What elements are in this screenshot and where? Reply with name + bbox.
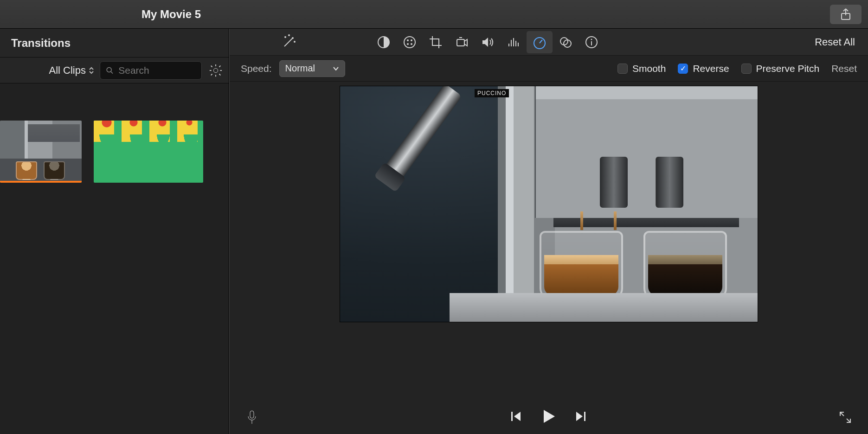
speed-value: Normal xyxy=(285,63,315,74)
checkbox-icon xyxy=(617,64,628,74)
svg-point-21 xyxy=(407,43,409,45)
palette-icon xyxy=(403,35,417,49)
volume-tab[interactable] xyxy=(475,31,501,53)
microphone-icon xyxy=(246,410,258,425)
share-icon xyxy=(840,8,851,21)
enhance-button[interactable] xyxy=(276,34,301,50)
preview-content xyxy=(580,211,583,230)
svg-rect-39 xyxy=(511,412,513,421)
skip-back-icon xyxy=(509,410,522,423)
sidebar-header: Transitions xyxy=(0,29,229,57)
preview-content xyxy=(643,231,727,300)
thumbnail-content xyxy=(0,159,82,183)
waveform-icon xyxy=(94,121,203,142)
preview-text: PUCCINO xyxy=(475,89,509,97)
speed-controls: Speed: Normal Smooth Reverse xyxy=(230,56,868,82)
checkbox-checked-icon xyxy=(678,64,688,74)
search-input[interactable] xyxy=(118,65,196,76)
clips-area xyxy=(0,83,229,434)
preview-content xyxy=(450,293,758,322)
svg-line-9 xyxy=(219,74,221,75)
chevron-down-icon xyxy=(333,66,339,71)
search-icon xyxy=(106,66,114,75)
svg-point-20 xyxy=(411,39,412,41)
svg-point-14 xyxy=(285,37,286,38)
stabilization-tab[interactable] xyxy=(449,31,475,53)
svg-point-15 xyxy=(294,41,295,42)
project-title: My Movie 5 xyxy=(141,8,201,21)
app-window: My Movie 5 Transitions All Clips xyxy=(0,0,868,434)
info-icon xyxy=(585,35,598,49)
next-button[interactable] xyxy=(574,410,587,425)
svg-point-16 xyxy=(289,35,289,36)
overlap-circles-icon xyxy=(559,35,572,49)
sidebar: Transitions All Clips xyxy=(0,29,229,434)
title-bar: My Movie 5 xyxy=(0,0,868,29)
inspector-toolbar: Reset All xyxy=(230,29,868,56)
thumbnail-content xyxy=(0,121,82,159)
expand-icon xyxy=(838,410,852,424)
main-area: Transitions All Clips xyxy=(0,29,868,434)
svg-line-8 xyxy=(211,65,212,67)
voiceover-button[interactable] xyxy=(243,410,261,425)
info-tab[interactable] xyxy=(579,31,604,53)
stepper-icon xyxy=(89,67,94,74)
fullscreen-button[interactable] xyxy=(836,408,855,427)
speaker-icon xyxy=(481,35,495,49)
svg-line-12 xyxy=(284,38,293,46)
svg-line-31 xyxy=(540,40,542,43)
svg-point-3 xyxy=(213,68,218,72)
prev-button[interactable] xyxy=(509,410,522,425)
clip-filter-label: All Clips xyxy=(49,64,86,77)
speed-tab[interactable] xyxy=(527,31,553,53)
color-balance-tab[interactable] xyxy=(371,31,397,53)
contrast-icon xyxy=(377,35,391,49)
reverse-label: Reverse xyxy=(693,63,729,74)
play-icon xyxy=(539,407,558,426)
play-button[interactable] xyxy=(539,407,558,428)
color-correction-tab[interactable] xyxy=(397,31,423,53)
reverse-checkbox[interactable]: Reverse xyxy=(678,63,729,74)
effects-tab[interactable] xyxy=(553,31,579,53)
preview-content xyxy=(614,211,617,230)
preview-content xyxy=(595,157,688,212)
preserve-pitch-checkbox[interactable]: Preserve Pitch xyxy=(741,63,820,74)
equalizer-icon xyxy=(507,35,521,49)
crop-icon xyxy=(429,35,443,49)
playback-bar xyxy=(230,401,868,434)
crop-tab[interactable] xyxy=(423,31,449,53)
filter-row: All Clips xyxy=(0,57,229,83)
clip-filter-dropdown[interactable]: All Clips xyxy=(12,64,94,77)
speed-options: Smooth Reverse Preserve Pitch Reset xyxy=(617,63,857,74)
preserve-pitch-label: Preserve Pitch xyxy=(756,63,820,74)
reset-all-button[interactable]: Reset All xyxy=(811,36,859,48)
share-button[interactable] xyxy=(830,5,862,24)
svg-line-2 xyxy=(111,71,113,73)
noise-reduction-tab[interactable] xyxy=(501,31,527,53)
video-preview[interactable]: PUCCINO xyxy=(340,86,758,322)
svg-point-18 xyxy=(404,37,415,48)
svg-line-10 xyxy=(219,65,221,67)
svg-line-11 xyxy=(211,74,212,75)
speedometer-icon xyxy=(533,35,547,49)
svg-rect-37 xyxy=(250,411,254,418)
svg-rect-40 xyxy=(584,412,585,421)
settings-button[interactable] xyxy=(207,62,224,79)
smooth-checkbox[interactable]: Smooth xyxy=(617,63,666,74)
speed-dropdown[interactable]: Normal xyxy=(279,60,345,77)
svg-point-19 xyxy=(407,39,409,41)
clip-thumbnail-audio[interactable] xyxy=(94,121,203,183)
search-box[interactable] xyxy=(100,61,202,80)
svg-point-13 xyxy=(292,38,293,38)
svg-point-36 xyxy=(591,38,592,40)
selection-underline xyxy=(0,181,82,183)
magic-wand-icon xyxy=(281,34,296,50)
smooth-label: Smooth xyxy=(632,63,666,74)
svg-point-1 xyxy=(107,67,111,72)
speed-reset-button[interactable]: Reset xyxy=(831,63,857,74)
gear-icon xyxy=(209,64,223,77)
inspector-tabs xyxy=(371,31,604,53)
playback-controls xyxy=(509,407,587,428)
preview-panel: Reset All Speed: Normal Smooth Reverse xyxy=(229,29,868,434)
clip-thumbnail-video[interactable] xyxy=(0,121,82,183)
